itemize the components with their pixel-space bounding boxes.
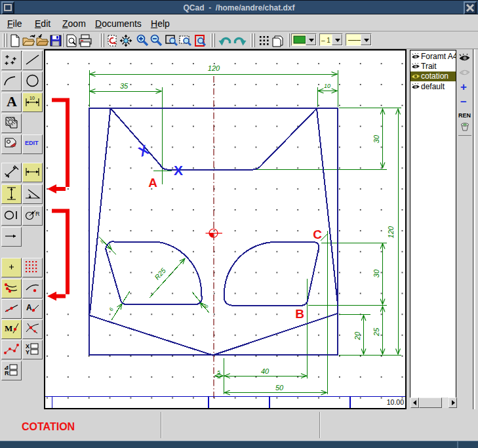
svg-text:10.00: 10.00 bbox=[387, 398, 404, 406]
svg-text:50: 50 bbox=[275, 384, 284, 392]
svg-text:10: 10 bbox=[324, 83, 330, 89]
svg-text:25: 25 bbox=[372, 327, 380, 336]
svg-text:B: B bbox=[295, 307, 304, 321]
svg-text:R: R bbox=[35, 211, 40, 217]
svg-text:120: 120 bbox=[387, 226, 395, 238]
svg-text:C: C bbox=[313, 228, 322, 241]
svg-text:35: 35 bbox=[120, 82, 129, 90]
svg-text:120: 120 bbox=[208, 64, 220, 72]
svg-text:R: R bbox=[5, 370, 9, 377]
svg-text:30: 30 bbox=[372, 269, 380, 277]
svg-text:30: 30 bbox=[372, 134, 380, 143]
svg-text:10: 10 bbox=[30, 96, 35, 100]
svg-text:A: A bbox=[26, 303, 32, 312]
svg-text:5: 5 bbox=[217, 369, 220, 375]
svg-text:A: A bbox=[148, 176, 157, 190]
svg-text:X: X bbox=[174, 163, 183, 178]
svg-text:20: 20 bbox=[353, 331, 361, 340]
svg-text:40: 40 bbox=[261, 367, 269, 375]
svg-text:Y: Y bbox=[26, 349, 30, 356]
svg-text:M: M bbox=[5, 323, 12, 333]
